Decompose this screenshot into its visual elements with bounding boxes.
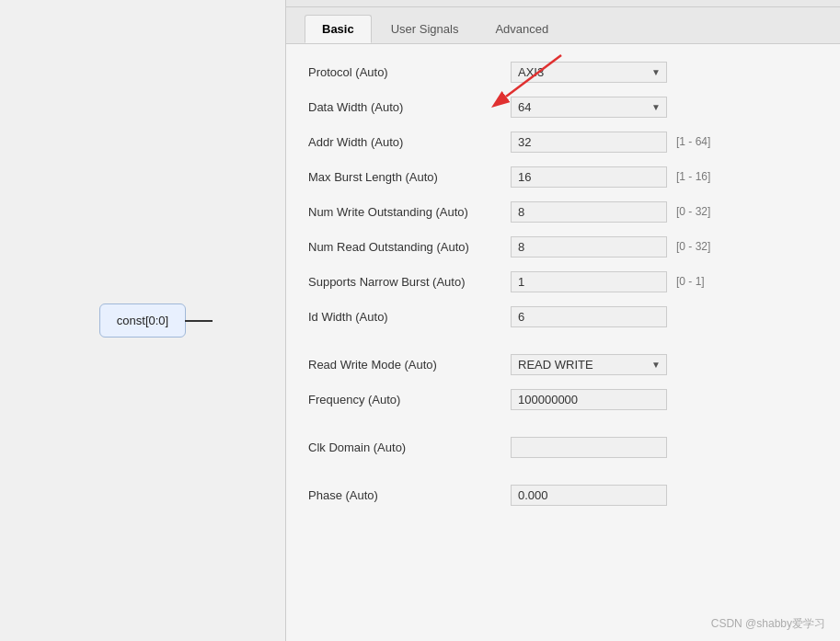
range-read-outstanding: [0 - 32] [676,240,710,253]
input-read-outstanding[interactable] [511,236,667,258]
label-clk-domain: Clk Domain (Auto) [308,441,511,454]
watermark: CSDN @shabby爱学习 [711,616,825,632]
form-row-narrow-burst: Supports Narrow Burst (Auto) [0 - 1] [308,269,818,294]
const-connector [185,320,213,322]
separator-1 [308,338,818,351]
input-phase[interactable] [511,485,667,506]
right-panel: Basic User Signals Advanced Protocol (Au… [285,0,840,641]
const-block: const[0:0] [99,303,186,338]
input-id-width[interactable] [511,306,667,327]
form-row-frequency: Frequency (Auto) [308,386,818,412]
label-rw-mode: Read Write Mode (Auto) [308,358,511,372]
label-protocol: Protocol (Auto) [308,65,511,79]
select-wrapper-protocol: AXI3 AXI4 AXI4LITE ▼ [511,62,667,83]
label-write-outstanding: Num Write Outstanding (Auto) [308,205,511,219]
separator-3 [308,469,818,482]
separator-2 [308,421,818,434]
select-rw-mode[interactable]: READ WRITE READ ONLY WRITE ONLY [511,354,667,375]
input-narrow-burst[interactable] [511,271,667,292]
select-wrapper-rw-mode: READ WRITE READ ONLY WRITE ONLY ▼ [511,354,667,375]
const-block-label: const[0:0] [117,314,168,327]
form-row-addr-width: Addr Width (Auto) [1 - 64] [308,129,818,155]
form-row-max-burst: Max Burst Length (Auto) [1 - 16] [308,164,818,189]
label-data-width: Data Width (Auto) [308,100,511,114]
tab-user-signals[interactable]: User Signals [374,15,477,43]
select-data-width[interactable]: 32 64 128 256 512 1024 [511,97,667,118]
select-wrapper-data-width: 32 64 128 256 512 1024 ▼ [511,97,667,118]
label-max-burst: Max Burst Length (Auto) [308,170,511,184]
range-narrow-burst: [0 - 1] [676,275,705,288]
tab-basic[interactable]: Basic [305,15,372,43]
label-frequency: Frequency (Auto) [308,393,511,406]
form-row-rw-mode: Read Write Mode (Auto) READ WRITE READ O… [308,351,818,377]
form-row-data-width: Data Width (Auto) 32 64 128 256 512 1024… [308,94,818,120]
tab-advanced[interactable]: Advanced [478,15,566,43]
form-row-phase: Phase (Auto) [308,482,818,508]
range-max-burst: [1 - 16] [676,170,710,183]
form-row-write-outstanding: Num Write Outstanding (Auto) [0 - 32] [308,199,818,224]
config-content: Protocol (Auto) AXI3 AXI4 AXI4LITE ▼ Dat… [286,44,840,641]
input-addr-width[interactable] [511,132,667,153]
main-container: const[0:0] Basic User Signals Advanced P… [0,0,840,641]
input-write-outstanding[interactable] [511,201,667,223]
select-protocol[interactable]: AXI3 AXI4 AXI4LITE [511,62,667,83]
input-max-burst[interactable] [511,166,667,188]
label-addr-width: Addr Width (Auto) [308,135,511,149]
input-frequency[interactable] [511,389,667,410]
input-clk-domain[interactable] [511,437,667,458]
label-phase: Phase (Auto) [308,488,511,502]
left-panel: const[0:0] [0,0,285,641]
tab-bar: Basic User Signals Advanced [286,7,840,44]
form-row-protocol: Protocol (Auto) AXI3 AXI4 AXI4LITE ▼ [308,59,818,85]
range-write-outstanding: [0 - 32] [676,205,710,218]
form-row-read-outstanding: Num Read Outstanding (Auto) [0 - 32] [308,234,818,259]
label-read-outstanding: Num Read Outstanding (Auto) [308,240,511,254]
label-id-width: Id Width (Auto) [308,310,511,324]
top-border-spacer [286,0,840,7]
form-row-clk-domain: Clk Domain (Auto) [308,434,818,460]
label-narrow-burst: Supports Narrow Burst (Auto) [308,275,511,289]
form-row-id-width: Id Width (Auto) [308,303,818,329]
range-addr-width: [1 - 64] [676,135,710,148]
